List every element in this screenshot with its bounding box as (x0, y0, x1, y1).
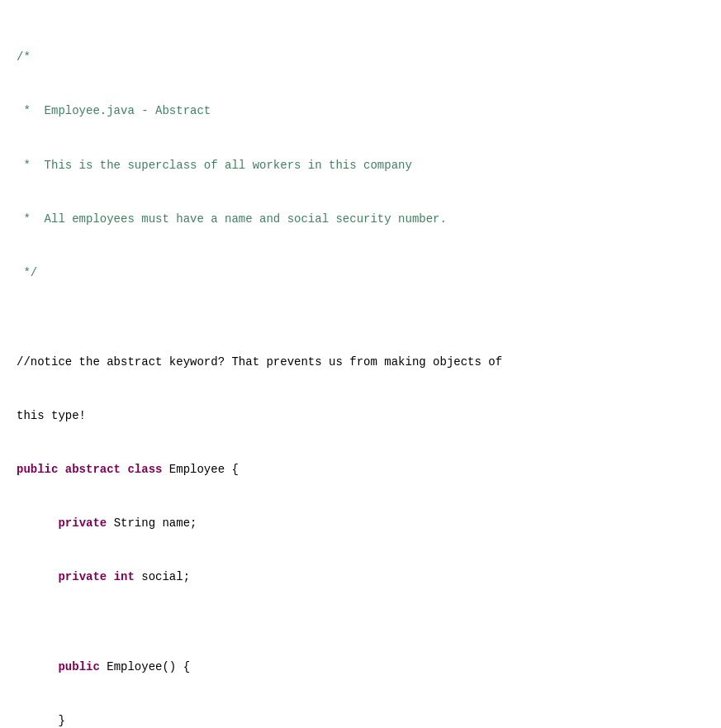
code-line: private String name; (17, 515, 704, 533)
code-line: public abstract class Employee { (17, 461, 704, 479)
code-block: /* * Employee.java - Abstract * This is … (17, 13, 704, 728)
code-line: * All employees must have a name and soc… (17, 211, 704, 229)
code-line: /* (17, 49, 704, 67)
code-line: * This is the superclass of all workers … (17, 157, 704, 175)
code-line: this type! (17, 407, 704, 426)
code-line: private int social; (17, 569, 704, 587)
code-line: public Employee() { (17, 659, 704, 677)
code-container: /* * Employee.java - Abstract * This is … (0, 0, 721, 728)
code-line: } (17, 712, 704, 728)
code-line: */ (17, 264, 704, 283)
code-line: //notice the abstract keyword? That prev… (17, 354, 704, 372)
code-line: * Employee.java - Abstract (17, 102, 704, 121)
